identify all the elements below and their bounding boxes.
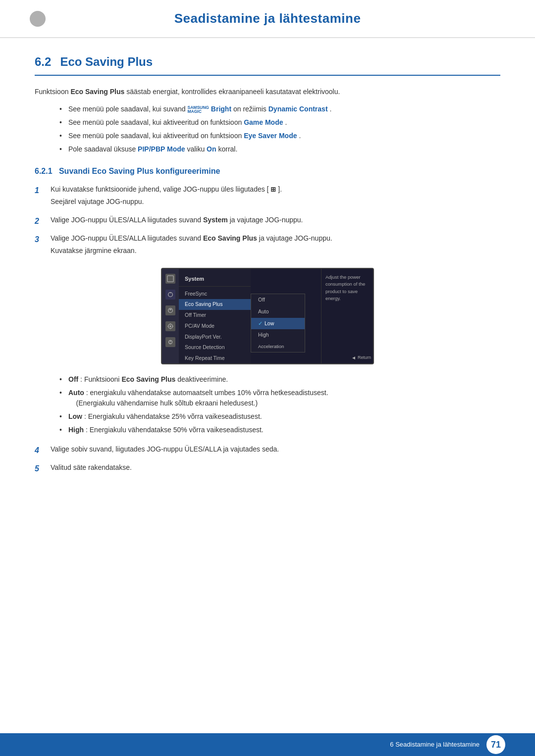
menu-item-dp: DisplayPort Ver.: [179, 332, 251, 343]
page-footer: 6 Seadistamine ja lähtestamine 71: [0, 733, 535, 756]
step-1-line2: Seejärel vajutage JOG-nuppu.: [51, 197, 500, 207]
monitor-icon-1: [165, 274, 175, 284]
option-off: Off : Funktsiooni Eco Saving Plus deakti…: [59, 374, 500, 385]
monitor-sidebar: [162, 269, 179, 363]
step-4-number: 4: [35, 444, 44, 456]
option-high: High : Energiakulu vähendatakse 50% võrr…: [59, 425, 500, 435]
eye-saver-mode: Eye Saver Mode: [244, 132, 297, 140]
off-label: Off: [68, 375, 78, 383]
step-1-line1: Kui kuvatakse funktsioonide juhend, vali…: [51, 184, 500, 195]
menu-item-scroll: ▼: [179, 364, 251, 364]
intro-paragraph: Funktsioon Eco Saving Plus säästab energ…: [35, 87, 500, 97]
monitor-screenshot: System FreeSync Eco Saving Plus Off Time…: [161, 268, 374, 364]
on-value: On: [207, 145, 216, 153]
auto-label: Auto: [68, 389, 84, 397]
monitor-submenu: Off Auto ✓Low High Acceleration: [251, 294, 305, 353]
pip-pbp-mode: PIP/PBP Mode: [138, 145, 185, 153]
high-label: High: [68, 426, 84, 434]
bullet-text: Pole saadaval üksuse: [68, 145, 138, 153]
menu-item-eco: Eco Saving Plus: [179, 299, 251, 310]
footer-text: 6 Seadistamine ja lähtestamine: [390, 740, 480, 750]
monitor-icon-5: [165, 337, 175, 347]
system-bold: System: [203, 216, 228, 224]
auto-sub: (Energiakulu vähendamise hulk sõltub ekr…: [68, 399, 258, 407]
step-4: 4 Valige sobiv suvand, liigutades JOG-nu…: [35, 444, 500, 456]
main-content: 6.2 Eco Saving Plus Funktsioon Eco Savin…: [0, 38, 535, 524]
steps-list: 1 Kui kuvatakse funktsioonide juhend, va…: [35, 184, 500, 258]
bullet-text: See menüü pole saadaval, kui suvand: [68, 105, 188, 113]
return-arrow-icon: ◄: [351, 354, 356, 361]
monitor-icon-2: [165, 290, 175, 300]
step-3-sub: Kuvatakse järgmine ekraan.: [51, 246, 500, 256]
menu-item-key: Key Repeat Time: [179, 353, 251, 364]
section-heading: 6.2 Eco Saving Plus: [35, 53, 500, 76]
section-number: 6.2: [35, 53, 51, 71]
page: Seadistamine ja lähtestamine 6.2 Eco Sav…: [0, 0, 535, 756]
step-2-number: 2: [35, 215, 44, 227]
eco-saving-bold: Eco Saving Plus: [203, 234, 257, 242]
intro-rest: säästab energiat, kontrollides ekraanipa…: [126, 88, 340, 96]
bullet-text: See menüü pole saadaval, kui aktiveeritu…: [68, 132, 244, 140]
game-mode: Game Mode: [244, 118, 283, 126]
section-title: Eco Saving Plus: [60, 53, 153, 71]
menu-item-pcav: PC/AV Mode: [179, 321, 251, 332]
bullet-text: See menüü pole saadaval, kui aktiveeritu…: [68, 118, 244, 126]
submenu-high: High: [251, 329, 305, 341]
bullet-end: korral.: [218, 145, 237, 153]
bullet-end: .: [285, 118, 287, 126]
bullet-rest: valiku: [187, 145, 207, 153]
monitor-screenshot-wrap: System FreeSync Eco Saving Plus Off Time…: [35, 268, 500, 364]
subsection-num: 6.2.1: [35, 167, 56, 175]
submenu-off: Off: [251, 294, 305, 306]
step-1-text: Kui kuvatakse funktsioonide juhend, vali…: [51, 184, 500, 209]
samsung-magic-label: SAMSUNGMAGIC: [188, 105, 209, 114]
submenu-low: ✓Low: [251, 318, 305, 330]
bullet-end: .: [299, 132, 301, 140]
step-3: 3 Valige JOG-nuppu ÜLES/ALLA liigutades …: [35, 233, 500, 258]
svg-point-10: [169, 325, 171, 327]
low-label: Low: [68, 412, 82, 420]
step-4-text: Valige sobiv suvand, liigutades JOG-nupp…: [51, 444, 500, 454]
jog-icon: ⊞: [270, 186, 276, 193]
step-5: 5 Valitud säte rakendatakse.: [35, 462, 500, 475]
step-3-number: 3: [35, 233, 44, 246]
step-3-text: Valige JOG-nuppu ÜLES/ALLA liigutades su…: [51, 233, 500, 258]
intro-bold: Eco Saving Plus: [70, 88, 124, 96]
page-number: 71: [486, 735, 505, 754]
page-title: Seadistamine ja lähtestamine: [30, 9, 505, 28]
step-2: 2 Valige JOG-nuppu ÜLES/ALLA liigutades …: [35, 215, 500, 227]
monitor-icon-3: [165, 305, 175, 315]
steps-cont: 4 Valige sobiv suvand, liigutades JOG-nu…: [35, 444, 500, 475]
subsection-heading: 6.2.1 Suvandi Eco Saving Plus konfiguree…: [35, 165, 500, 177]
submenu-auto: Auto: [251, 306, 305, 318]
menu-item-offtimer: Off Timer: [179, 310, 251, 321]
bullet-rest: on režiimis: [233, 105, 268, 113]
bullet-end: .: [329, 105, 331, 113]
monitor-menu: System FreeSync Eco Saving Plus Off Time…: [179, 269, 251, 363]
options-bullet-list: Off : Funktsiooni Eco Saving Plus deakti…: [59, 374, 500, 435]
eco-saving-label: Eco Saving Plus: [121, 375, 175, 383]
header-circle: [30, 11, 46, 27]
svg-point-17: [170, 343, 171, 344]
step-5-text: Valitud säte rakendatakse.: [51, 462, 500, 473]
menu-item-freesync: FreeSync: [179, 289, 251, 300]
step-2-text: Valige JOG-nuppu ÜLES/ALLA liigutades su…: [51, 215, 500, 225]
list-item: See menüü pole saadaval, kui suvand SAMS…: [59, 104, 500, 114]
page-header: Seadistamine ja lähtestamine: [0, 0, 535, 38]
menu-item-source: Source Detection: [179, 342, 251, 353]
step-1: 1 Kui kuvatakse funktsioonide juhend, va…: [35, 184, 500, 209]
option-low: Low : Energiakulu vähendatakse 25% võrra…: [59, 411, 500, 422]
step-5-number: 5: [35, 462, 44, 475]
monitor-description: Adjust the power consumption of the prod…: [321, 269, 373, 363]
monitor-icon-4: [165, 321, 175, 331]
monitor-return-label: ◄ Return: [351, 354, 371, 361]
bullet-list: See menüü pole saadaval, kui suvand SAMS…: [59, 104, 500, 154]
subsection-title: Suvandi Eco Saving Plus konfigureerimine: [59, 167, 220, 175]
submenu-acceleration: Acceleration: [251, 341, 305, 352]
svg-rect-5: [167, 276, 173, 282]
list-item: See menüü pole saadaval, kui aktiveeritu…: [59, 131, 500, 141]
bright-bold: Bright: [211, 105, 231, 113]
list-item: See menüü pole saadaval, kui aktiveeritu…: [59, 117, 500, 128]
step-1-number: 1: [35, 184, 44, 197]
intro-text: Funktsioon: [35, 88, 70, 96]
